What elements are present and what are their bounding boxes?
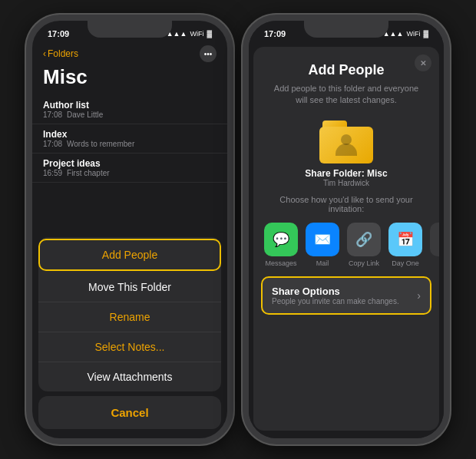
share-day-one[interactable]: 📅 Day One (388, 223, 422, 267)
mail-label: Mail (316, 259, 329, 267)
folder-share-label: Share Folder: Misc (305, 168, 387, 179)
notes-list: Author list 17:08 Dave Little Index 17:0… (32, 95, 227, 183)
note-title-3: Project ideas (43, 158, 217, 169)
menu-move-folder[interactable]: Move This Folder (38, 272, 221, 302)
status-time-2: 17:09 (264, 29, 286, 38)
messages-label: Messages (265, 259, 296, 267)
messages-icon: 💬 (264, 223, 298, 256)
mail-icon: ✉️ (306, 223, 339, 256)
share-copy-link[interactable]: 🔗 Copy Link (347, 223, 381, 267)
folder-icon (319, 121, 373, 163)
share-options-title: Share Options (272, 286, 399, 297)
invite-label: Choose how you'd like to send your invit… (253, 192, 439, 220)
folder-title: Misc (32, 65, 227, 95)
share-mail[interactable]: ✉️ Mail (306, 223, 339, 267)
note-meta-3: 16:59 First chapter (43, 169, 217, 177)
day-one-label: Day One (392, 259, 419, 267)
modal-header: Add People Add people to this folder and… (253, 47, 439, 113)
notch-2 (304, 21, 388, 38)
chevron-right-icon: › (417, 289, 421, 302)
menu-rename[interactable]: Rename (38, 302, 221, 332)
menu-add-people[interactable]: Add People (38, 239, 221, 271)
note-item-3[interactable]: Project ideas 16:59 First chapter (32, 154, 227, 183)
back-button[interactable]: ‹ Folders (43, 48, 78, 59)
status-icons-1: ▲▲▲ WiFi ▓ (167, 30, 212, 38)
folder-icon-area: Share Folder: Misc Tim Hardwick (253, 113, 439, 192)
folder-body (319, 127, 373, 163)
phone-2: 17:09 ▲▲▲ WiFi ▓ ✕ Add People Add people… (243, 15, 450, 444)
copy-link-label: Copy Link (349, 259, 379, 267)
share-options-subtitle: People you invite can make changes. (272, 297, 399, 305)
modal-subtitle: Add people to this folder and everyone w… (269, 83, 424, 107)
menu-view-attachments[interactable]: View Attachments (38, 362, 221, 391)
share-options-section[interactable]: Share Options People you invite can make… (261, 276, 431, 315)
share-messages[interactable]: 💬 Messages (264, 223, 298, 267)
ellipsis-icon: ••• (204, 50, 213, 58)
share-options-row: 💬 Messages ✉️ Mail 🔗 Copy Link 📅 Day One… (253, 220, 439, 273)
modal-title: Add People (269, 62, 424, 78)
note-title-2: Index (43, 129, 217, 140)
notch-1 (88, 21, 172, 38)
note-item-2[interactable]: Index 17:08 Words to remember (32, 124, 227, 154)
more-share-icon: D (430, 223, 439, 256)
wifi-icon-2: WiFi (406, 30, 420, 38)
more-button[interactable]: ••• (200, 45, 217, 62)
phone-1: 17:09 ▲▲▲ WiFi ▓ ‹ Folders ••• Misc Auth… (26, 15, 233, 444)
battery-icon: ▓ (207, 30, 212, 38)
status-icons-2: ▲▲▲ WiFi ▓ (383, 30, 428, 38)
share-more[interactable]: D D (430, 223, 439, 267)
note-title-1: Author list (43, 100, 217, 111)
close-button[interactable]: ✕ (415, 54, 431, 71)
battery-icon-2: ▓ (423, 30, 428, 38)
action-menu: Add People Move This Folder Rename Selec… (38, 237, 221, 391)
folder-owner: Tim Hardwick (323, 179, 369, 187)
copy-link-icon: 🔗 (347, 223, 381, 256)
day-one-icon: 📅 (388, 223, 422, 256)
note-meta-1: 17:08 Dave Little (43, 111, 217, 119)
back-label: Folders (48, 48, 78, 59)
add-people-modal: ✕ Add People Add people to this folder a… (253, 47, 439, 431)
note-meta-2: 17:08 Words to remember (43, 140, 217, 148)
folder-person-icon (332, 134, 360, 156)
person-torso (336, 144, 357, 156)
wifi-icon: WiFi (190, 30, 203, 38)
cancel-button[interactable]: Cancel (38, 396, 221, 429)
status-time-1: 17:09 (48, 29, 69, 38)
note-item-1[interactable]: Author list 17:08 Dave Little (32, 95, 227, 124)
chevron-left-icon: ‹ (43, 48, 46, 59)
nav-bar-1: ‹ Folders ••• (32, 44, 227, 65)
menu-select-notes[interactable]: Select Notes... (38, 332, 221, 362)
